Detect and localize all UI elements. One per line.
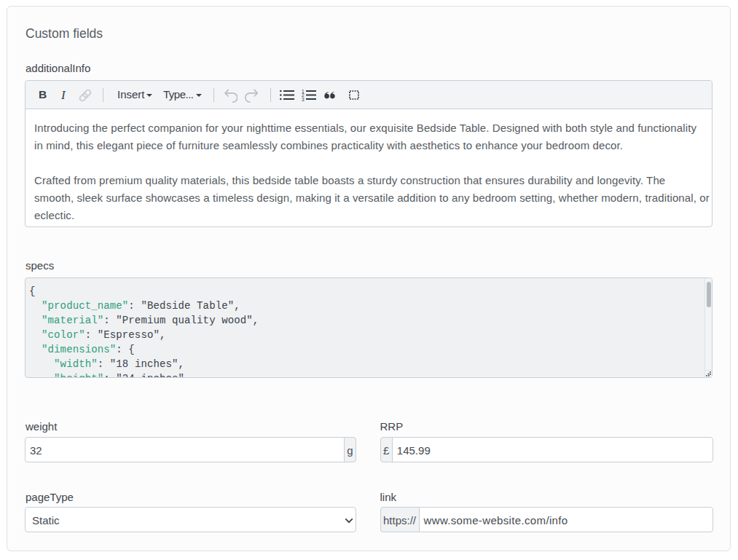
- svg-text:3: 3: [302, 97, 305, 102]
